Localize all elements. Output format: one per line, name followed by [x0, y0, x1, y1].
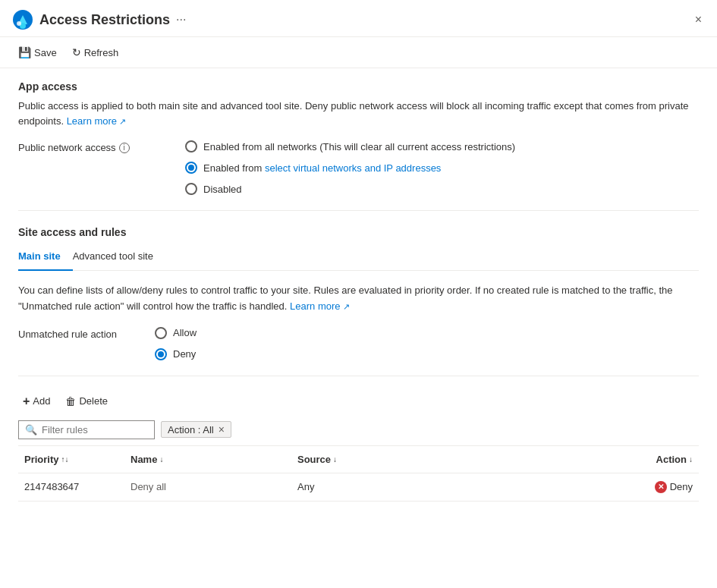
- priority-sort-icon: ↑↓: [61, 455, 69, 464]
- unmatched-rule-options: Allow Deny: [155, 327, 197, 360]
- source-sort[interactable]: Source ↓: [297, 454, 586, 465]
- add-button[interactable]: + Add: [18, 391, 55, 411]
- add-delete-bar: + Add 🗑 Delete: [18, 391, 699, 411]
- delete-label: Delete: [79, 395, 108, 407]
- name-sort-icon: ↓: [159, 455, 163, 464]
- row-priority: 2147483647: [18, 473, 124, 501]
- public-network-options: Enabled from all networks (This will cle…: [185, 140, 515, 195]
- delete-button[interactable]: 🗑 Delete: [61, 392, 112, 410]
- save-button[interactable]: 💾 Save: [12, 43, 63, 61]
- action-sort[interactable]: Action ↓: [599, 454, 693, 465]
- save-icon: 💾: [18, 46, 31, 58]
- refresh-icon: ↻: [72, 46, 81, 58]
- network-option-disabled-label: Disabled: [203, 184, 242, 195]
- radio-all[interactable]: [185, 140, 197, 153]
- title-bar: Access Restrictions ··· ×: [0, 0, 717, 37]
- col-action: Action ↓: [593, 446, 699, 473]
- unmatched-rule-field: Unmatched rule action Allow Deny: [18, 327, 699, 360]
- unmatched-allow-option[interactable]: Allow: [155, 327, 197, 339]
- unmatched-rule-label: Unmatched rule action: [18, 327, 155, 340]
- public-network-info-icon[interactable]: i: [119, 143, 130, 153]
- unmatched-allow-label: Allow: [173, 327, 197, 338]
- chip-label: Action : All: [168, 424, 214, 435]
- app-access-section: App access Public access is applied to b…: [18, 80, 699, 195]
- network-option-all[interactable]: Enabled from all networks (This will cle…: [185, 140, 515, 153]
- app-access-title: App access: [18, 80, 699, 93]
- delete-icon: 🗑: [65, 395, 76, 407]
- more-options-icon[interactable]: ···: [176, 13, 186, 27]
- close-button[interactable]: ×: [692, 10, 705, 30]
- add-icon: +: [23, 395, 30, 408]
- svg-point-2: [17, 21, 21, 26]
- network-option-select-label: Enabled from select virtual networks and…: [203, 162, 441, 174]
- header-row: Priority ↑↓ Name ↓ Source ↓: [18, 446, 699, 473]
- section-divider-2: [18, 376, 699, 376]
- toolbar: 💾 Save ↻ Refresh: [0, 37, 717, 68]
- action-sort-icon: ↓: [689, 455, 693, 464]
- network-option-select[interactable]: Enabled from select virtual networks and…: [185, 162, 515, 174]
- search-icon: 🔍: [25, 424, 37, 435]
- app-access-learn-more-link[interactable]: Learn more: [67, 115, 127, 127]
- deny-icon: ✕: [655, 481, 667, 493]
- table-body: 2147483647 Deny all Any ✕ Deny: [18, 473, 699, 501]
- col-priority: Priority ↑↓: [18, 446, 124, 473]
- site-access-title: Site access and rules: [18, 226, 699, 238]
- deny-badge: ✕ Deny: [599, 481, 693, 493]
- table-row: 2147483647 Deny all Any ✕ Deny: [18, 473, 699, 501]
- row-name: Deny all: [124, 473, 291, 501]
- table-header: Priority ↑↓ Name ↓ Source ↓: [18, 446, 699, 473]
- page-title: Access Restrictions: [39, 12, 170, 28]
- row-action: ✕ Deny: [593, 473, 699, 501]
- radio-select[interactable]: [185, 162, 197, 174]
- tab-main-site[interactable]: Main site: [18, 244, 73, 271]
- refresh-button[interactable]: ↻ Refresh: [66, 43, 125, 61]
- radio-deny[interactable]: [155, 348, 167, 360]
- row-source: Any: [291, 473, 593, 501]
- action-filter-chip: Action : All ×: [161, 421, 231, 438]
- azure-app-icon: [12, 9, 33, 30]
- app-access-description: Public access is applied to both main si…: [18, 99, 699, 128]
- priority-sort[interactable]: Priority ↑↓: [24, 454, 118, 465]
- public-network-label: Public network access i: [18, 140, 185, 153]
- unmatched-deny-option[interactable]: Deny: [155, 348, 197, 360]
- refresh-label: Refresh: [84, 47, 119, 58]
- filter-bar: 🔍 Action : All ×: [18, 420, 699, 446]
- col-name: Name ↓: [124, 446, 291, 473]
- site-access-description: You can define lists of allow/deny rules…: [18, 283, 699, 315]
- network-option-all-label: Enabled from all networks (This will cle…: [203, 141, 515, 153]
- public-network-field: Public network access i Enabled from all…: [18, 140, 699, 195]
- section-divider-1: [18, 210, 699, 211]
- main-content: App access Public access is applied to b…: [0, 68, 717, 573]
- unmatched-deny-label: Deny: [173, 348, 196, 360]
- save-label: Save: [34, 47, 57, 58]
- title-left: Access Restrictions ···: [12, 9, 186, 30]
- source-sort-icon: ↓: [333, 455, 337, 464]
- network-option-disabled[interactable]: Disabled: [185, 183, 515, 195]
- col-source: Source ↓: [291, 446, 593, 473]
- rules-table: Priority ↑↓ Name ↓ Source ↓: [18, 446, 699, 502]
- radio-disabled[interactable]: [185, 183, 197, 195]
- chip-close-button[interactable]: ×: [219, 423, 225, 435]
- site-access-learn-more-link[interactable]: Learn more: [290, 300, 350, 312]
- name-sort[interactable]: Name ↓: [131, 454, 285, 465]
- site-tabs: Main site Advanced tool site: [18, 244, 699, 271]
- deny-label: Deny: [670, 481, 693, 492]
- site-access-section: Site access and rules Main site Advanced…: [18, 226, 699, 360]
- tab-advanced-tool-site[interactable]: Advanced tool site: [73, 244, 165, 271]
- radio-allow[interactable]: [155, 327, 167, 339]
- filter-input[interactable]: [42, 424, 148, 435]
- add-label: Add: [33, 395, 50, 407]
- filter-input-wrap: 🔍: [18, 420, 155, 439]
